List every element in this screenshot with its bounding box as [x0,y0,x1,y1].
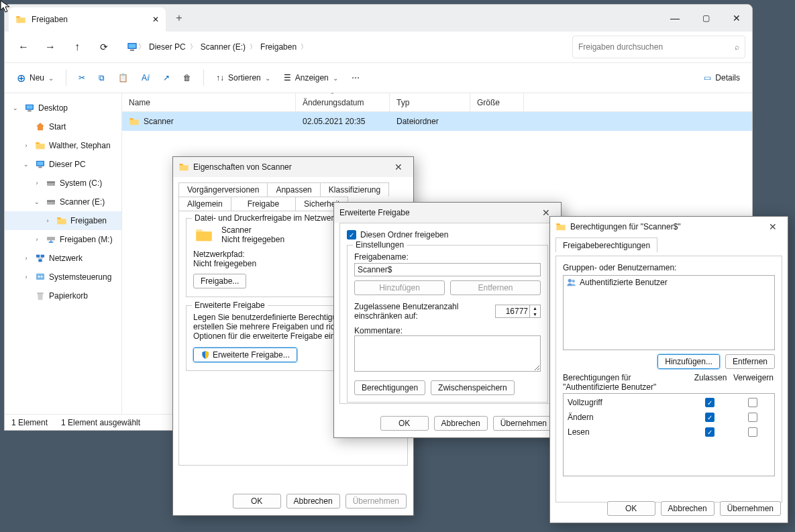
col-size[interactable]: Größe [470,93,524,111]
file-name: Scanner [144,117,174,126]
close-icon[interactable]: ✕ [763,221,782,232]
cancel-button[interactable]: Abbrechen [434,416,488,431]
share-folder-checkbox[interactable]: ✓ Diesen Ordner freigeben [347,230,548,240]
cancel-button[interactable]: Abbrechen [661,501,714,516]
minimize-button[interactable]: — [659,5,690,32]
col-date[interactable]: Änderungsdatum [296,93,390,111]
apply-button[interactable]: Übernehmen [493,416,554,431]
nav-tree: ⌄Desktop Start ›Walther, Stephan ⌄Dieser… [5,93,122,414]
share-button[interactable]: Freigabe... [193,274,246,288]
tree-desktop[interactable]: ⌄Desktop [5,99,121,117]
tree-scannere[interactable]: ⌄Scanner (E:) [5,193,121,211]
tree-thispc[interactable]: ⌄Dieser PC [5,155,121,174]
forward-button[interactable]: → [38,36,62,58]
tree-recycle[interactable]: Papierkorb [5,286,121,305]
tab-general[interactable]: Allgemein [178,197,231,211]
remove-user-button[interactable]: Entfernen [725,354,775,369]
tab-share[interactable]: Freigabe [231,197,296,211]
allow-checkbox[interactable]: ✓ [705,427,714,437]
chevron-right-icon[interactable]: 〉 [190,42,197,52]
tab-prev[interactable]: Vorgängerversionen [178,182,268,197]
details-icon: ▭ [704,73,711,83]
permissions-button[interactable]: Berechtigungen [354,380,425,395]
ok-button[interactable]: OK [607,501,655,516]
bc-scanner[interactable]: Scanner (E:) [197,36,250,58]
paste-button[interactable]: 📋 [113,66,134,89]
tree-sysc[interactable]: ›System (C:) [5,174,121,193]
user-limit-spinner[interactable]: ▲▼ [495,305,541,318]
tree-freigaben[interactable]: ›Freigaben [5,211,121,230]
sharename-input[interactable] [354,263,541,276]
ok-button[interactable]: OK [233,494,281,509]
add-button[interactable]: Hinzufügen [354,280,445,295]
group-label: Datei- und Druckerfreigabe im Netzwerk [192,213,340,223]
add-user-button[interactable]: Hinzufügen... [657,354,720,369]
chevron-right-icon[interactable]: 〉 [301,42,307,52]
spin-down-icon[interactable]: ▼ [530,311,540,317]
tree-freigabenm[interactable]: ›Freigaben (M:) [5,230,121,249]
breadcrumb[interactable]: 〉 Dieser PC 〉 Scanner (E:) 〉 Freigaben 〉 [123,36,566,58]
search-icon[interactable]: ⌕ [735,42,739,52]
tree-start[interactable]: Start [5,117,121,136]
cancel-button[interactable]: Abbrechen [286,494,340,509]
tab-title: Freigaben [32,15,68,24]
cut-button[interactable]: ✂ [73,66,91,89]
tree-network[interactable]: ›Netzwerk [5,249,121,268]
col-type[interactable]: Typ [390,93,470,111]
tree-control[interactable]: ›Systemsteuerung [5,268,121,286]
close-button[interactable]: ✕ [721,5,752,32]
search-box[interactable]: ⌕ [572,36,745,58]
close-tab-icon[interactable]: ✕ [152,15,159,24]
refresh-button[interactable]: ⟳ [92,36,116,58]
apply-button[interactable]: Übernehmen [346,494,407,509]
copy-button[interactable]: ⧉ [93,66,110,89]
details-button[interactable]: ▭Details [698,66,745,89]
ok-button[interactable]: OK [380,416,429,431]
allow-checkbox[interactable]: ✓ [705,413,714,422]
tab-share-permissions[interactable]: Freigabeberechtigungen [555,237,657,252]
separator [203,70,204,86]
users-list[interactable]: Authentifizierte Benutzer [563,275,775,350]
tab-class[interactable]: Klassifizierung [320,182,389,197]
allow-checkbox[interactable]: ✓ [705,398,714,407]
back-button[interactable]: ← [11,36,36,58]
delete-icon: 🗑 [183,73,191,83]
comments-input[interactable] [354,335,541,372]
bc-freigaben[interactable]: Freigaben [256,36,301,58]
apply-button[interactable]: Übernehmen [720,501,781,516]
rename-button[interactable]: Aⅈ [136,66,155,89]
dialog-titlebar[interactable]: Eigenschaften von Scanner ✕ [173,157,413,177]
drive-icon [46,178,56,189]
file-row[interactable]: Scanner 02.05.2021 20:35 Dateiordner [122,112,752,131]
bc-this-pc[interactable]: Dieser PC [145,36,190,58]
more-button[interactable]: ⋯ [346,66,365,89]
dialog-titlebar[interactable]: Berechtigungen für "Scanner$" ✕ [550,217,788,237]
advanced-share-button[interactable]: Erweiterte Freigabe... [193,348,297,362]
tab-custom[interactable]: Anpassen [267,182,320,197]
deny-checkbox[interactable] [748,398,757,407]
delete-button[interactable]: 🗑 [178,66,197,89]
chevron-right-icon[interactable]: 〉 [250,42,256,52]
search-input[interactable] [578,42,735,52]
remove-button[interactable]: Entfernen [450,280,541,295]
new-button[interactable]: ⊕Neu⌄ [11,66,59,89]
limit-label: Zugelassene Benutzeranzahl einschränken … [354,302,490,321]
tab-freigaben[interactable]: Freigaben ✕ [9,7,166,32]
spin-up-icon[interactable]: ▲ [530,305,540,311]
dialog-titlebar[interactable]: Erweiterte Freigabe ✕ [334,203,561,223]
up-button[interactable]: ↑ [65,36,89,58]
maximize-button[interactable]: ▢ [690,5,721,32]
col-name[interactable]: Name [122,93,296,111]
tree-user[interactable]: ›Walther, Stephan [5,136,121,155]
chevron-right-icon[interactable]: 〉 [138,42,145,52]
view-button[interactable]: ☰Anzeigen⌄ [278,66,343,89]
sort-button[interactable]: ↑↓Sortieren⌄ [211,66,276,89]
share-button[interactable]: ↗ [158,66,175,89]
deny-checkbox[interactable] [748,413,757,422]
caching-button[interactable]: Zwischenspeichern [431,380,515,395]
close-icon[interactable]: ✕ [389,162,408,172]
list-item[interactable]: Authentifizierte Benutzer [564,276,774,289]
deny-checkbox[interactable] [748,427,757,437]
add-tab-button[interactable]: + [166,5,193,32]
limit-input[interactable] [495,305,530,318]
